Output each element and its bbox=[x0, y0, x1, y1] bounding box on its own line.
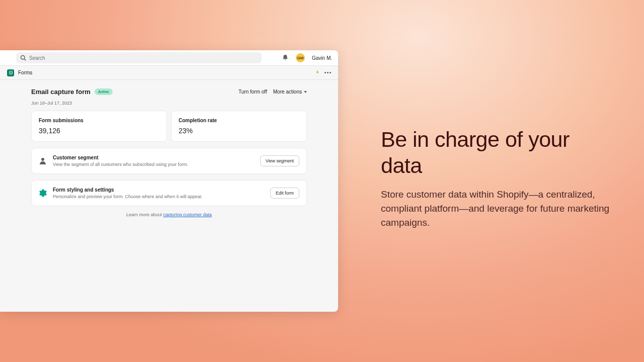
status-badge: Active bbox=[95, 88, 113, 95]
svg-line-1 bbox=[24, 59, 26, 60]
stat-card-submissions: Form submissions 39,126 bbox=[31, 111, 167, 142]
marketing-heading: Be in charge of your data bbox=[381, 127, 612, 178]
card-title: Customer segment bbox=[53, 155, 254, 160]
svg-rect-2 bbox=[9, 71, 12, 74]
top-bar: Search GM Gavin M. bbox=[0, 50, 338, 66]
form-styling-card: Form styling and settings Personalize an… bbox=[31, 180, 307, 206]
search-icon bbox=[20, 55, 26, 61]
marketing-copy: Be in charge of your data Store customer… bbox=[381, 127, 612, 230]
person-icon bbox=[39, 157, 47, 165]
sub-bar: Forms bbox=[0, 66, 338, 80]
page-title: Email capture form bbox=[31, 88, 91, 96]
app-window: Search GM Gavin M. Forms Email capture f… bbox=[0, 50, 338, 312]
edit-form-button[interactable]: Edit form bbox=[270, 188, 299, 199]
page-header: Email capture form Active Turn form off … bbox=[31, 88, 307, 96]
customer-segment-card: Customer segment View the segment of all… bbox=[31, 148, 307, 174]
stat-value: 23% bbox=[179, 127, 299, 135]
stat-label: Form submissions bbox=[39, 118, 159, 123]
date-range: Jun 18–Jul 17, 2023 bbox=[31, 101, 307, 106]
chevron-down-icon bbox=[304, 91, 307, 93]
capturing-data-link[interactable]: capturing customer data bbox=[163, 212, 212, 217]
forms-app-icon bbox=[7, 69, 14, 76]
stat-label: Completion rate bbox=[179, 118, 299, 123]
card-desc: View the segment of all customers who su… bbox=[53, 162, 254, 167]
pin-icon[interactable] bbox=[314, 70, 320, 76]
more-menu-icon[interactable] bbox=[325, 72, 331, 73]
svg-point-0 bbox=[21, 56, 25, 60]
gear-icon bbox=[39, 189, 47, 197]
svg-point-5 bbox=[41, 158, 44, 161]
card-title: Form styling and settings bbox=[53, 187, 264, 193]
search-input[interactable]: Search bbox=[16, 52, 262, 63]
search-placeholder: Search bbox=[29, 55, 45, 61]
learn-more-text: Learn more about capturing customer data bbox=[31, 212, 307, 217]
stats-row: Form submissions 39,126 Completion rate … bbox=[31, 111, 307, 142]
page-content: Email capture form Active Turn form off … bbox=[0, 80, 338, 217]
card-desc: Personalize and preview your form. Choos… bbox=[53, 194, 264, 199]
turn-form-off-button[interactable]: Turn form off bbox=[238, 89, 267, 95]
view-segment-button[interactable]: View segment bbox=[260, 155, 299, 166]
more-actions-button[interactable]: More actions bbox=[273, 89, 307, 95]
breadcrumb-title: Forms bbox=[18, 70, 32, 75]
bell-icon[interactable] bbox=[282, 54, 289, 61]
avatar[interactable]: GM bbox=[296, 53, 305, 62]
user-name: Gavin M. bbox=[312, 55, 332, 61]
stat-value: 39,126 bbox=[39, 127, 159, 135]
marketing-body: Store customer data within Shopify—a cen… bbox=[381, 188, 612, 230]
stat-card-completion: Completion rate 23% bbox=[171, 111, 307, 142]
